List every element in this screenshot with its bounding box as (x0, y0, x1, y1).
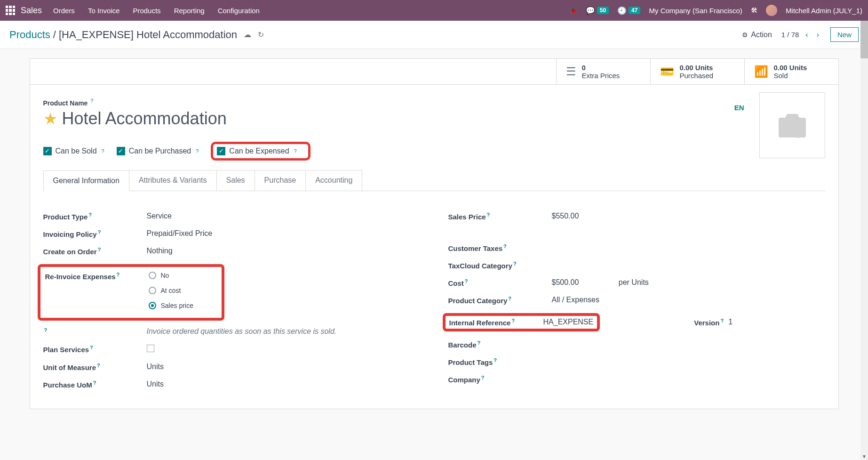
list-icon: ☰ (566, 65, 576, 78)
help-icon[interactable]: ? (88, 212, 92, 218)
bars-icon: 📶 (754, 65, 768, 78)
pager-next-icon[interactable]: › (815, 31, 821, 39)
value-purchase-uom[interactable]: Units (147, 380, 164, 388)
product-name-input[interactable]: Hotel Accommodation (62, 109, 227, 129)
radio-no[interactable]: No (149, 272, 193, 279)
scroll-thumb[interactable] (860, 21, 868, 58)
value-product-type[interactable]: Service (147, 212, 172, 220)
stat-sold-val: 0.00 Units (774, 64, 807, 72)
stat-purchased[interactable]: 💳 0.00 Units Purchased (650, 59, 744, 84)
help-icon[interactable]: ? (98, 229, 101, 235)
help-icon[interactable]: ? (93, 380, 96, 386)
help-icon[interactable]: ? (720, 318, 724, 323)
help-icon[interactable]: ? (478, 340, 481, 346)
value-version[interactable]: 1 (728, 318, 733, 326)
check-can-be-expensed[interactable]: ✓ Can be Expensed ? (217, 147, 296, 155)
action-menu[interactable]: ⚙ Action (742, 31, 772, 39)
nav-link-configuration[interactable]: Configuration (218, 7, 260, 15)
help-icon[interactable]: ? (98, 247, 101, 252)
check-can-be-purchased[interactable]: ✓ Can be Purchased ? (117, 147, 199, 155)
label-customer-taxes: Customer Taxes (448, 244, 503, 252)
tab-sales[interactable]: Sales (216, 170, 255, 191)
tab-accounting[interactable]: Accounting (305, 170, 362, 191)
scrollbar[interactable]: ▼ (860, 21, 868, 419)
form-sheet: ☰ 0 Extra Prices 💳 0.00 Units Purchased … (30, 58, 839, 409)
value-uom[interactable]: Units (147, 363, 164, 371)
help-icon[interactable]: ? (102, 148, 104, 154)
navbar: Sales Orders To Invoice Products Reporti… (0, 0, 868, 21)
nav-link-reporting[interactable]: Reporting (174, 7, 205, 15)
favorite-star-icon[interactable]: ★ (43, 109, 57, 128)
help-icon[interactable]: ? (494, 357, 497, 363)
radio-sales-price[interactable]: Sales price (149, 302, 193, 309)
details: Product Type? Service Invoicing Policy? … (30, 201, 838, 409)
help-icon[interactable]: ? (503, 243, 507, 249)
value-sales-price[interactable]: $550.00 (552, 212, 579, 220)
company-selector[interactable]: My Company (San Francisco) (649, 7, 742, 15)
help-icon[interactable]: ? (117, 272, 120, 277)
help-icon[interactable]: ? (465, 278, 468, 284)
right-column: Sales Price? $550.00 Customer Taxes? Tax… (448, 212, 825, 397)
credit-card-icon: 💳 (660, 65, 674, 78)
label-create-on-order: Create on Order (43, 248, 97, 256)
breadcrumb-root[interactable]: Products (9, 29, 50, 41)
help-icon[interactable]: ? (90, 345, 93, 350)
nav-link-products[interactable]: Products (133, 7, 160, 15)
help-icon[interactable]: ? (511, 318, 515, 323)
stat-extra-prices[interactable]: ☰ 0 Extra Prices (556, 59, 650, 84)
avatar[interactable] (766, 5, 777, 16)
label-internal-reference: Internal Reference (449, 319, 511, 327)
help-icon[interactable]: ? (513, 261, 517, 266)
nav-link-orders[interactable]: Orders (53, 7, 75, 15)
product-image-placeholder[interactable] (759, 92, 825, 158)
bug-icon[interactable]: 🐞 (569, 7, 577, 14)
reinvoice-radio-group: No At cost Sales price (149, 272, 193, 309)
highlight-can-be-expensed: ✓ Can be Expensed ? (211, 142, 310, 161)
stat-sold[interactable]: 📶 0.00 Units Sold (744, 59, 838, 84)
nav-link-toinvoice[interactable]: To Invoice (88, 7, 120, 15)
help-icon[interactable]: ? (44, 327, 48, 333)
tab-general-information[interactable]: General Information (43, 170, 129, 191)
help-icon[interactable]: ? (481, 375, 485, 380)
tools-icon[interactable]: 🛠 (751, 7, 757, 14)
plan-services-checkbox[interactable] (147, 345, 154, 352)
nav-right: 🐞 💬 50 🕘 47 My Company (San Francisco) 🛠… (569, 5, 862, 16)
value-internal-reference[interactable]: HA_EXPENSE (543, 318, 594, 326)
pager-text[interactable]: 1 / 78 (781, 31, 799, 39)
pager: 1 / 78 ‹ › (781, 31, 821, 39)
tab-purchase[interactable]: Purchase (255, 170, 306, 191)
help-icon[interactable]: ? (487, 212, 490, 218)
new-button[interactable]: New (830, 27, 859, 42)
user-menu[interactable]: Mitchell Admin (JULY_1) (786, 7, 862, 15)
checks-row: ✓ Can be Sold ? ✓ Can be Purchased ? ✓ C… (43, 142, 825, 161)
value-product-category[interactable]: All / Expenses (552, 296, 599, 304)
highlight-reinvoice: Re-Invoice Expenses? No At cost Sales pr… (38, 264, 224, 321)
discard-icon[interactable]: ↻ (258, 30, 264, 39)
stat-sold-label: Sold (774, 72, 807, 80)
value-cost[interactable]: $500.00 (552, 278, 579, 286)
activities-button[interactable]: 🕘 47 (617, 6, 640, 15)
help-icon[interactable]: ? (196, 148, 199, 154)
check-label-sold: Can be Sold (56, 147, 97, 155)
check-can-be-sold[interactable]: ✓ Can be Sold ? (43, 147, 104, 155)
value-invoicing-policy[interactable]: Prepaid/Fixed Price (147, 229, 213, 238)
apps-icon[interactable] (6, 6, 15, 15)
help-icon[interactable]: ? (508, 296, 511, 301)
help-icon[interactable]: ? (294, 148, 297, 154)
app-title[interactable]: Sales (21, 6, 42, 16)
content: ☰ 0 Extra Prices 💳 0.00 Units Purchased … (0, 49, 868, 419)
label-product-type: Product Type (43, 213, 88, 221)
clock-icon: 🕘 (617, 6, 627, 15)
value-create-on-order[interactable]: Nothing (147, 247, 173, 255)
label-purchase-uom: Purchase UoM (43, 381, 92, 389)
help-icon[interactable]: ? (97, 363, 100, 368)
radio-at-cost[interactable]: At cost (149, 287, 193, 294)
cloud-save-icon[interactable]: ☁ (244, 30, 251, 39)
language-toggle[interactable]: EN (734, 104, 744, 112)
reinvoice-hint: Invoice ordered quantities as soon as th… (147, 327, 337, 336)
messages-button[interactable]: 💬 50 (586, 6, 609, 15)
tab-attributes-variants[interactable]: Attributes & Variants (129, 170, 217, 191)
help-icon[interactable]: ? (90, 98, 93, 104)
radio-icon-checked (149, 302, 156, 309)
pager-prev-icon[interactable]: ‹ (804, 31, 810, 39)
